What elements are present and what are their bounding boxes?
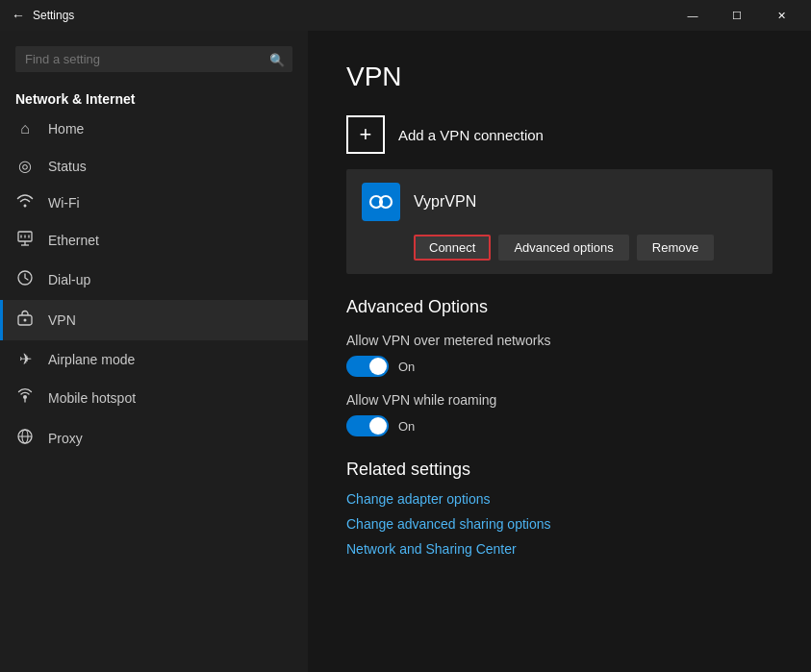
back-icon: ←	[12, 8, 25, 23]
vpn-card: VyprVPN Connect Advanced options Remove	[346, 169, 773, 274]
add-vpn-label: Add a VPN connection	[398, 127, 544, 143]
titlebar-controls: — ☐ ✕	[671, 0, 803, 31]
sidebar-item-home[interactable]: ⌂ Home	[0, 111, 308, 147]
roaming-toggle-state: On	[398, 419, 415, 434]
titlebar: ← Settings — ☐ ✕	[0, 0, 811, 31]
sidebar-item-label: Airplane mode	[48, 352, 135, 367]
metered-toggle[interactable]	[346, 356, 389, 377]
advanced-options-button[interactable]: Advanced options	[498, 235, 628, 261]
minimize-button[interactable]: —	[671, 0, 715, 31]
sidebar-item-hotspot[interactable]: Mobile hotspot	[0, 378, 308, 418]
main-layout: 🔍 Network & Internet ⌂ Home ◎ Status Wi-…	[0, 31, 811, 672]
advanced-options-title: Advanced Options	[346, 297, 773, 317]
change-adapter-link[interactable]: Change adapter options	[346, 491, 773, 507]
remove-button[interactable]: Remove	[637, 235, 714, 261]
change-sharing-link[interactable]: Change advanced sharing options	[346, 516, 773, 532]
sidebar-item-label: VPN	[48, 312, 76, 328]
proxy-icon	[15, 428, 35, 449]
roaming-label: Allow VPN while roaming	[346, 392, 773, 408]
vpn-icon	[15, 310, 35, 331]
sidebar-item-vpn[interactable]: VPN	[0, 300, 308, 340]
related-settings-title: Related settings	[346, 460, 773, 480]
roaming-toggle-control: On	[346, 415, 773, 436]
svg-point-3	[24, 319, 27, 322]
sidebar-item-label: Status	[48, 159, 87, 174]
sidebar-item-label: Home	[48, 121, 84, 137]
related-settings-section: Related settings Change adapter options …	[346, 460, 773, 557]
wifi-icon	[15, 194, 35, 212]
airplane-icon: ✈	[15, 350, 35, 368]
sidebar-item-ethernet[interactable]: Ethernet	[0, 221, 308, 260]
sidebar-item-label: Wi-Fi	[48, 195, 80, 211]
sidebar-item-label: Proxy	[48, 431, 83, 446]
sidebar-item-label: Dial-up	[48, 272, 90, 287]
toggle-thumb	[369, 358, 387, 375]
sidebar-item-wifi[interactable]: Wi-Fi	[0, 185, 308, 221]
content-area: VPN + Add a VPN connection VyprVPN Conne…	[308, 31, 811, 672]
ethernet-icon	[15, 231, 35, 250]
page-title: VPN	[346, 62, 773, 92]
titlebar-left: ← Settings	[12, 8, 74, 23]
home-icon: ⌂	[15, 120, 35, 137]
maximize-button[interactable]: ☐	[715, 0, 759, 31]
sidebar: 🔍 Network & Internet ⌂ Home ◎ Status Wi-…	[0, 31, 308, 672]
sidebar-item-airplane[interactable]: ✈ Airplane mode	[0, 340, 308, 378]
vpn-logo	[362, 183, 400, 221]
add-vpn-row[interactable]: + Add a VPN connection	[346, 115, 773, 154]
sidebar-item-status[interactable]: ◎ Status	[0, 147, 308, 185]
roaming-toggle[interactable]	[346, 415, 389, 436]
sidebar-item-label: Mobile hotspot	[48, 390, 136, 406]
sidebar-item-proxy[interactable]: Proxy	[0, 418, 308, 459]
search-container: 🔍	[15, 46, 292, 72]
toggle-thumb	[369, 417, 387, 435]
close-button[interactable]: ✕	[759, 0, 803, 31]
search-icon: 🔍	[269, 52, 285, 66]
metered-label: Allow VPN over metered networks	[346, 333, 773, 348]
sidebar-item-dialup[interactable]: Dial-up	[0, 260, 308, 300]
sidebar-section-label: Network & Internet	[0, 80, 308, 111]
metered-toggle-control: On	[346, 356, 773, 377]
sidebar-item-label: Ethernet	[48, 233, 99, 248]
dialup-icon	[15, 269, 35, 290]
hotspot-icon	[15, 387, 35, 409]
advanced-options-section: Advanced Options Allow VPN over metered …	[346, 297, 773, 436]
metered-toggle-row: Allow VPN over metered networks On	[346, 333, 773, 377]
add-vpn-icon: +	[346, 115, 385, 154]
vpn-card-header: VyprVPN	[346, 169, 773, 235]
connect-button[interactable]: Connect	[414, 235, 491, 261]
vpn-name: VyprVPN	[414, 193, 476, 211]
search-input[interactable]	[15, 46, 292, 72]
status-icon: ◎	[15, 157, 35, 175]
roaming-toggle-row: Allow VPN while roaming On	[346, 392, 773, 436]
network-sharing-center-link[interactable]: Network and Sharing Center	[346, 541, 773, 557]
app-title: Settings	[33, 9, 74, 22]
vpn-card-actions: Connect Advanced options Remove	[346, 235, 773, 274]
metered-toggle-state: On	[398, 360, 415, 374]
